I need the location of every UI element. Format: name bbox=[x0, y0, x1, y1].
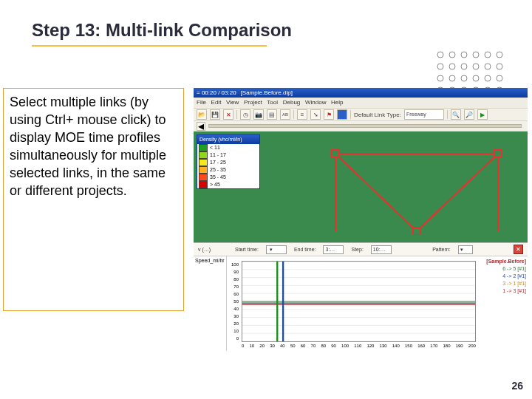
svg-point-3 bbox=[473, 52, 479, 58]
svg-point-5 bbox=[497, 52, 502, 58]
layers-icon[interactable]: ▤ bbox=[267, 109, 277, 120]
end-time-label: End time: bbox=[294, 247, 316, 252]
app-window: = 00:20 / 03:20 [Sample.Before.dlp] File… bbox=[194, 88, 528, 363]
legend-row: 11 - 17 bbox=[197, 151, 259, 159]
ab-icon[interactable]: AB bbox=[280, 109, 290, 120]
capture-icon[interactable]: 📷 bbox=[253, 109, 264, 120]
pattern-label: Pattern: bbox=[432, 247, 451, 252]
svg-point-2 bbox=[461, 52, 467, 58]
profile-title: v (…) bbox=[198, 247, 228, 252]
svg-point-14 bbox=[461, 75, 467, 81]
menu-tool[interactable]: Tool bbox=[267, 99, 278, 106]
toolbar-slider: ◂ bbox=[194, 121, 528, 132]
pattern-dropdown[interactable]: ▾ bbox=[458, 245, 473, 254]
x-axis: 0102030405060708090100110120130140150160… bbox=[242, 344, 476, 351]
toolbar-primary: 📂 💾 ✕ ◷ 📷 ▤ AB ≡ ➘ ⚑ Default Link Type: … bbox=[194, 108, 528, 121]
save-icon[interactable]: 💾 bbox=[210, 109, 220, 120]
svg-point-9 bbox=[473, 64, 479, 69]
menu-window[interactable]: Window bbox=[305, 99, 326, 106]
density-legend: Density (vhc/mi/ln) < 1111 - 1717 - 2525… bbox=[197, 134, 260, 189]
menu-view[interactable]: View bbox=[226, 99, 239, 106]
legend-swatch bbox=[199, 174, 208, 181]
svg-point-17 bbox=[497, 75, 502, 81]
svg-rect-29 bbox=[332, 150, 339, 157]
network-graph bbox=[321, 139, 513, 235]
svg-point-13 bbox=[449, 75, 455, 81]
legend-swatch bbox=[199, 144, 208, 151]
legend-row: < 11 bbox=[197, 144, 259, 151]
y-axis: 1009080706050403020100 bbox=[227, 261, 240, 342]
svg-point-1 bbox=[449, 52, 455, 58]
play-icon[interactable]: ▶ bbox=[477, 109, 488, 120]
zoom-out-icon[interactable]: 🔎 bbox=[464, 109, 474, 120]
svg-point-0 bbox=[437, 52, 443, 58]
svg-rect-31 bbox=[413, 228, 420, 235]
svg-point-11 bbox=[497, 64, 502, 69]
menubar: File Edit View Project Tool Debug Window… bbox=[194, 98, 528, 108]
legend-swatch bbox=[199, 151, 208, 159]
step-dropdown[interactable]: 10:… bbox=[371, 245, 392, 254]
titlebar-file: [Sample.Before.dlp] bbox=[241, 88, 293, 98]
legend-swatch bbox=[199, 166, 208, 174]
title-underline bbox=[32, 45, 267, 47]
svg-point-15 bbox=[473, 75, 479, 81]
slide: Step 13: Multi-link Comparison Select mu… bbox=[0, 0, 532, 399]
rewind-icon[interactable]: ◂ bbox=[197, 122, 205, 131]
plot-legend-header: [Sample.Before] bbox=[486, 258, 526, 265]
menu-debug[interactable]: Debug bbox=[283, 99, 301, 106]
svg-point-4 bbox=[485, 52, 491, 58]
svg-point-16 bbox=[485, 75, 491, 81]
legend-title: Density (vhc/mi/ln) bbox=[197, 135, 259, 144]
menu-file[interactable]: File bbox=[197, 99, 206, 106]
svg-line-24 bbox=[335, 154, 417, 231]
svg-rect-30 bbox=[494, 150, 502, 157]
legend-label: 17 - 25 bbox=[210, 159, 226, 166]
close-icon[interactable]: ✕ bbox=[223, 109, 233, 120]
profile-panel: v (…) Start time: ▾ End time: 3:… Step: … bbox=[194, 242, 528, 366]
moe-name: Speed_mi/hr bbox=[194, 256, 227, 351]
menu-edit[interactable]: Edit bbox=[211, 99, 222, 106]
end-time-dropdown[interactable]: 3:… bbox=[323, 245, 344, 254]
legend-swatch bbox=[199, 181, 208, 188]
clock-icon[interactable]: ◷ bbox=[240, 109, 250, 120]
legend-label: 35 - 45 bbox=[210, 174, 226, 181]
default-link-type-dropdown[interactable]: Freeway bbox=[404, 109, 444, 120]
svg-point-12 bbox=[437, 75, 443, 81]
legend-row: 35 - 45 bbox=[197, 174, 259, 181]
svg-point-10 bbox=[485, 64, 491, 69]
plot-legend-item: 1 -> 3 [#1] bbox=[486, 287, 526, 295]
legend-label: 11 - 17 bbox=[210, 151, 226, 159]
open-icon[interactable]: 📂 bbox=[197, 109, 207, 120]
plot-legend-item: 3 -> 1 [#1] bbox=[486, 280, 526, 287]
legend-row: > 45 bbox=[197, 181, 259, 188]
step-label: Step: bbox=[351, 247, 363, 252]
description-text: Select multiple links (by using Ctrl+ mo… bbox=[10, 93, 177, 200]
menu-project[interactable]: Project bbox=[244, 99, 262, 106]
default-link-type-label: Default Link Type: bbox=[354, 112, 401, 118]
legend-label: < 11 bbox=[210, 144, 220, 151]
legend-row: 25 - 35 bbox=[197, 166, 259, 174]
time-slider[interactable] bbox=[208, 124, 522, 128]
svg-point-7 bbox=[449, 64, 455, 69]
arrow-icon[interactable]: ➘ bbox=[310, 109, 321, 120]
app-titlebar: = 00:20 / 03:20 [Sample.Before.dlp] bbox=[194, 88, 528, 98]
color-icon[interactable] bbox=[337, 109, 347, 120]
zoom-in-icon[interactable]: 🔍 bbox=[451, 109, 461, 120]
menu-icon[interactable]: ≡ bbox=[297, 109, 307, 120]
page-number: 26 bbox=[511, 380, 523, 392]
plot-legend: [Sample.Before] 6 -> 5 [#1]4 -> 2 [#1]3 … bbox=[486, 258, 526, 295]
profile-header: v (…) Start time: ▾ End time: 3:… Step: … bbox=[194, 243, 528, 256]
start-time-dropdown[interactable]: ▾ bbox=[266, 245, 287, 254]
map-canvas[interactable]: Density (vhc/mi/ln) < 1111 - 1717 - 2525… bbox=[194, 132, 528, 242]
profile-body: Speed_mi/hr 1009080706050403020100 [Samp… bbox=[194, 256, 528, 351]
panel-close-icon[interactable]: ✕ bbox=[514, 245, 523, 254]
legend-swatch bbox=[199, 159, 208, 166]
menu-help[interactable]: Help bbox=[331, 99, 343, 106]
legend-label: > 45 bbox=[210, 181, 220, 188]
start-time-label: Start time: bbox=[235, 247, 259, 252]
description-box: Select multiple links (by using Ctrl+ mo… bbox=[3, 88, 184, 311]
page-title: Step 13: Multi-link Comparison bbox=[32, 20, 292, 41]
titlebar-time: = 00:20 / 03:20 bbox=[197, 88, 236, 98]
flag-icon[interactable]: ⚑ bbox=[324, 109, 334, 120]
svg-point-8 bbox=[461, 64, 467, 69]
